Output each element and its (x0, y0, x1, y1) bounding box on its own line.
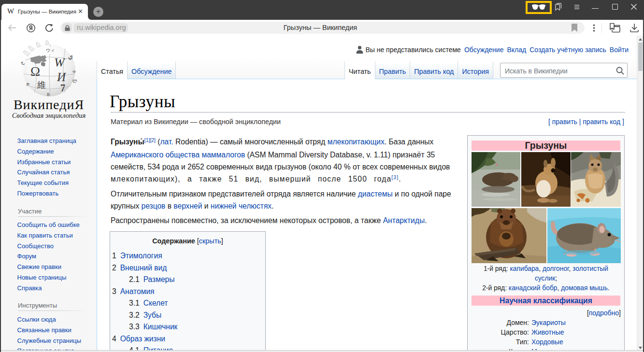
svg-text:W: W (54, 56, 66, 70)
svg-text:ي: ي (68, 53, 73, 60)
svg-text:Ω: Ω (30, 64, 40, 79)
svg-text:И: И (57, 70, 67, 84)
svg-text:7: 7 (60, 83, 65, 93)
svg-text:ლ: ლ (72, 78, 77, 83)
svg-text:維: 維 (37, 80, 46, 90)
svg-text:ற: ற (26, 81, 29, 86)
svg-text:ঞ: ঞ (72, 69, 76, 74)
svg-text:ծ: ծ (47, 92, 50, 97)
